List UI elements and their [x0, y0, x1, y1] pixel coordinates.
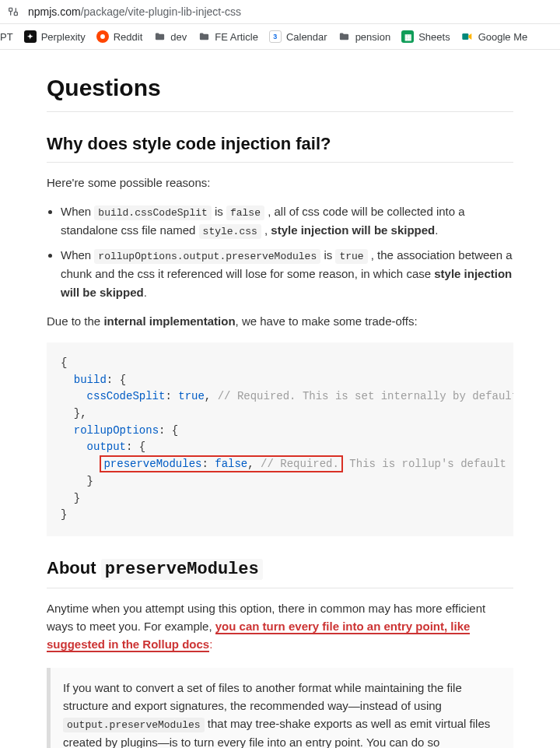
- highlighted-code-annotation: preserveModules: false, // Required.: [100, 455, 343, 472]
- folder-icon: [198, 30, 210, 43]
- readme-content: Questions Why does style code injection …: [0, 50, 560, 748]
- heading-why-fail: Why does style code injection fail?: [47, 131, 513, 163]
- tradeoffs-paragraph: Due to the internal implementation, we h…: [47, 312, 513, 330]
- url-text[interactable]: npmjs.com/package/vite-plugin-lib-inject…: [28, 5, 241, 18]
- bookmark-perplexity[interactable]: ✦ Perplexity: [24, 30, 86, 43]
- heading-questions: Questions: [47, 70, 513, 112]
- code-inline: output.preserveModules: [63, 718, 205, 732]
- code-inline: preserveModules: [101, 559, 263, 580]
- bookmark-reddit[interactable]: Reddit: [96, 30, 143, 43]
- list-item: When build.cssCodeSplit is false , all o…: [61, 202, 513, 240]
- svg-rect-0: [9, 8, 12, 11]
- code-block[interactable]: { build: { cssCodeSplit: true, // Requir…: [47, 342, 513, 536]
- intro-paragraph: Here're some possible reasons:: [47, 174, 513, 191]
- bookmark-folder-pension[interactable]: pension: [338, 30, 391, 43]
- folder-icon: [338, 30, 351, 43]
- meet-icon: [461, 30, 474, 43]
- bookmark-pt[interactable]: PT: [0, 31, 13, 43]
- calendar-icon: 3: [269, 30, 282, 43]
- preservemodules-paragraph: Anytime when you attempt using this opti…: [47, 599, 513, 654]
- bookmark-google-meet[interactable]: Google Me: [461, 30, 528, 43]
- code-inline: build.cssCodeSplit: [94, 205, 211, 220]
- list-item: When rollupOptions.output.preserveModule…: [61, 246, 513, 301]
- reddit-icon: [96, 30, 109, 43]
- heading-about-preservemodules: About preserveModules: [47, 555, 513, 588]
- svg-point-4: [100, 34, 105, 39]
- bookmarks-bar: PT ✦ Perplexity Reddit dev FE Article 3 …: [0, 24, 560, 50]
- rollup-docs-quote: If you want to convert a set of files to…: [47, 668, 513, 748]
- bookmark-folder-dev[interactable]: dev: [153, 30, 187, 43]
- bookmark-folder-fe-article[interactable]: FE Article: [198, 30, 258, 43]
- bookmark-sheets[interactable]: ▦ Sheets: [401, 30, 450, 43]
- code-inline: rollupOptions.output.preserveModules: [94, 249, 320, 264]
- site-settings-icon[interactable]: [6, 5, 20, 19]
- svg-rect-5: [462, 33, 468, 40]
- bookmark-calendar[interactable]: 3 Calendar: [269, 30, 327, 43]
- browser-url-bar[interactable]: npmjs.com/package/vite-plugin-lib-inject…: [0, 0, 560, 24]
- code-inline: style.css: [199, 224, 261, 239]
- code-inline: false: [226, 205, 264, 220]
- svg-rect-1: [14, 12, 17, 16]
- reasons-list: When build.cssCodeSplit is false , all o…: [47, 202, 513, 301]
- folder-icon: [153, 30, 166, 43]
- code-inline: true: [335, 249, 367, 264]
- sheets-icon: ▦: [401, 30, 414, 43]
- perplexity-icon: ✦: [24, 30, 37, 43]
